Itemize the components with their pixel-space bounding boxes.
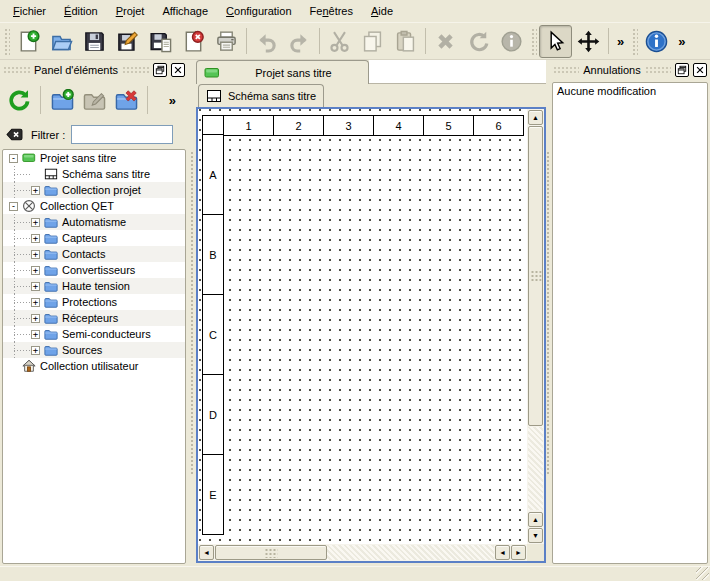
float-panel-button[interactable] (675, 63, 689, 77)
tree-item-schema-sans-titre[interactable]: Schéma sans titre (3, 166, 185, 182)
expand-expander[interactable]: + (31, 266, 40, 275)
horizontal-scroll-thumb[interactable] (215, 545, 327, 560)
left-splitter[interactable] (188, 60, 196, 566)
print-button[interactable] (210, 25, 243, 58)
folder-edit-button[interactable] (78, 84, 110, 116)
redo-button[interactable] (283, 25, 316, 58)
undo-list-item[interactable]: Aucune modification (553, 83, 707, 99)
expand-expander[interactable]: + (31, 314, 40, 323)
tree-item-capteurs[interactable]: +Capteurs (3, 230, 185, 246)
folder-delete-button[interactable] (110, 84, 142, 116)
close-panel-button[interactable] (693, 63, 707, 77)
elements-panel-header[interactable]: Panel d'éléments (0, 60, 188, 80)
tree-item-convertisseurs[interactable]: +Convertisseurs (3, 262, 185, 278)
move-button[interactable] (572, 25, 605, 58)
vertical-scrollbar[interactable]: ▲ ▲ ▼ (527, 109, 544, 544)
expand-expander[interactable]: + (31, 218, 40, 227)
tree-item-label: Collection projet (62, 184, 141, 196)
scroll-up-button-2[interactable]: ▲ (528, 512, 543, 527)
expand-expander[interactable]: + (31, 234, 40, 243)
collapse-expander[interactable]: - (9, 202, 18, 211)
close-document-button[interactable] (177, 25, 210, 58)
pointer-button[interactable] (539, 25, 572, 58)
toolbar-extension-chevron[interactable]: » (169, 93, 176, 108)
tree-item-label: Protections (62, 296, 117, 308)
tree-item-semi-conducteurs[interactable]: +Semi-conducteurs (3, 326, 185, 342)
vertical-scroll-track[interactable] (528, 427, 543, 510)
toolbar-extension-chevron[interactable]: » (673, 34, 690, 49)
elements-tree: -Projet sans titreSchéma sans titre+Coll… (2, 149, 186, 564)
tree-item-haute-tension[interactable]: +Haute tension (3, 278, 185, 294)
tree-item-collection-projet[interactable]: +Collection projet (3, 182, 185, 198)
close-panel-button[interactable] (171, 63, 185, 77)
save-all-button[interactable] (144, 25, 177, 58)
open-document-button[interactable] (45, 25, 78, 58)
tree-item-projet-sans-titre[interactable]: -Projet sans titre (3, 150, 185, 166)
menu-affichage[interactable]: Affichage (153, 1, 217, 21)
expand-expander[interactable]: + (31, 186, 40, 195)
menu-edition[interactable]: Édition (55, 1, 107, 21)
tree-item-label: Schéma sans titre (62, 168, 150, 180)
new-document-button[interactable] (12, 25, 45, 58)
schema-icon (206, 88, 222, 104)
horizontal-scrollbar[interactable]: ◄ ◄ ► (198, 544, 527, 561)
info-button[interactable] (640, 25, 673, 58)
collapse-expander[interactable]: - (9, 154, 18, 163)
folder-icon (44, 295, 58, 309)
toolbar-handle[interactable] (631, 27, 638, 55)
clear-filter-button[interactable] (5, 126, 25, 144)
toolbar-handle[interactable] (3, 27, 10, 55)
refresh-button[interactable] (3, 84, 35, 116)
delete-button[interactable] (429, 25, 462, 58)
cut-button[interactable] (323, 25, 356, 58)
menu-fichier[interactable]: Fichier (4, 1, 55, 21)
tree-item-collection-qet[interactable]: -Collection QET (3, 198, 185, 214)
tree-item-collection-utilisateur[interactable]: Collection utilisateur (3, 358, 185, 374)
tree-item-contacts[interactable]: +Contacts (3, 246, 185, 262)
folder-new-button[interactable] (46, 84, 78, 116)
resize-grip[interactable] (696, 567, 709, 580)
open-document-icon (50, 30, 73, 53)
tree-item-sources[interactable]: +Sources (3, 342, 185, 358)
scroll-down-button[interactable]: ▼ (528, 528, 543, 543)
vertical-scroll-thumb[interactable] (528, 126, 543, 426)
expand-expander[interactable]: + (31, 346, 40, 355)
menu-aide[interactable]: Aide (362, 1, 402, 21)
rotate-button[interactable] (462, 25, 495, 58)
filter-input[interactable] (71, 125, 173, 144)
expand-expander[interactable]: + (31, 250, 40, 259)
undo-button[interactable] (250, 25, 283, 58)
diagram-canvas[interactable]: 123456 ABCDE (198, 109, 527, 544)
menu-projet[interactable]: Projet (107, 1, 154, 21)
scroll-left-button[interactable]: ◄ (199, 545, 214, 560)
toolbar-handle[interactable] (530, 27, 537, 55)
expand-expander[interactable]: + (31, 282, 40, 291)
undo-panel-header[interactable]: Annulations (550, 60, 710, 80)
scroll-up-button[interactable]: ▲ (528, 110, 543, 125)
scroll-left-button-2[interactable]: ◄ (495, 545, 510, 560)
filter-label: Filtrer : (31, 129, 65, 141)
horizontal-scroll-track[interactable] (327, 545, 494, 560)
save-as-button[interactable] (111, 25, 144, 58)
delete-icon (434, 30, 457, 53)
tab-schema[interactable]: Schéma sans titre (198, 84, 324, 107)
paste-button[interactable] (389, 25, 422, 58)
menu-fenetres[interactable]: Fenêtres (301, 1, 362, 21)
tree-branch-line (14, 190, 30, 191)
menu-configuration[interactable]: Configuration (217, 1, 300, 21)
save-button[interactable] (78, 25, 111, 58)
tree-item-automatisme[interactable]: +Automatisme (3, 214, 185, 230)
grid-column-label: 3 (323, 115, 374, 136)
workspace: Projet sans titre Schéma sans titre 1234… (196, 60, 546, 566)
scroll-right-button[interactable]: ► (511, 545, 526, 560)
toolbar-extension-chevron[interactable]: » (612, 34, 629, 49)
toolbar-separator (319, 28, 320, 54)
float-panel-button[interactable] (153, 63, 167, 77)
info-gray-button[interactable] (495, 25, 528, 58)
tab-project[interactable]: Projet sans titre (196, 60, 369, 84)
tree-item-recepteurs[interactable]: +Récepteurs (3, 310, 185, 326)
expand-expander[interactable]: + (31, 298, 40, 307)
tree-item-protections[interactable]: +Protections (3, 294, 185, 310)
copy-button[interactable] (356, 25, 389, 58)
expand-expander[interactable]: + (31, 330, 40, 339)
